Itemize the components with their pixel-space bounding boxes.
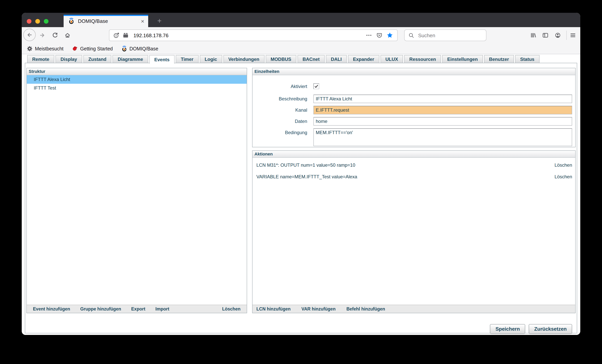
einzelheiten-form: Aktiviert Beschreibung Kana [253,75,575,148]
daten-label: Daten [253,117,307,125]
sidebar-toggle-icon[interactable] [542,32,548,38]
list-item-ifttt-alexa-licht[interactable]: IFTTT Alexa Licht [27,75,247,84]
aktiviert-checkbox[interactable] [313,83,319,89]
aktiviert-label: Aktiviert [253,82,307,91]
einzelheiten-panel-title: Einzelheiten [253,68,575,75]
bookmarks-bar: Meistbesucht Getting Started DOMIQ/Base [22,43,580,54]
checkbox-check-icon [314,84,318,88]
screenshot-stage: DOMIQ/Base × + [0,0,602,364]
tab-events[interactable]: Events [149,55,175,63]
tab-logic[interactable]: Logic [200,55,222,63]
tab-einstellungen[interactable]: Einstellungen [442,55,483,63]
bedingung-textarea[interactable]: MEM.IFTTT=='on' [313,128,572,146]
browser-tab-bar: DOMIQ/Base × + [22,13,580,27]
struktur-toolbar: Event hinzufügen Gruppe hinzufügen Expor… [27,305,247,313]
aktion-text: LCN M31*: OUTPUT num=1 value=50 ramp=10 [256,162,355,168]
tab-modbus[interactable]: MODBUS [266,55,296,63]
menu-hamburger-icon[interactable] [570,32,576,38]
tab-display[interactable]: Display [55,55,82,63]
einzelheiten-panel: Einzelheiten Aktiviert Beschreibung [252,68,576,147]
var-hinzufuegen-button[interactable]: VAR hinzufügen [301,307,335,311]
bookmark-getting-started[interactable]: Getting Started [72,46,113,52]
url-input[interactable] [133,32,366,39]
account-icon[interactable] [555,32,561,38]
content-container: Struktur IFTTT Alexa Licht IFTTT Test Ev… [25,63,577,333]
beschreibung-label: Beschreibung [253,94,307,103]
tab-timer[interactable]: Timer [176,55,198,63]
speichern-button[interactable]: Speichern [490,324,525,334]
kanal-input[interactable] [313,106,572,114]
dino-icon [72,46,78,52]
browser-nav-bar [22,27,580,43]
struktur-panel-title: Struktur [27,68,247,75]
tab-close-icon[interactable]: × [141,18,144,24]
befehl-hinzufuegen-button[interactable]: Befehl hinzufügen [346,307,385,311]
tab-bacnet[interactable]: BACnet [298,55,325,63]
app-tab-strip: Remote Display Zustand Diagramme Events … [27,55,539,63]
aktionen-list: LCN M31*: OUTPUT num=1 value=50 ramp=10 … [253,159,575,183]
export-button[interactable]: Export [131,307,145,311]
aktionen-panel-title: Aktionen [253,151,575,158]
beschreibung-input[interactable] [313,94,572,103]
aktionen-toolbar: LCN hinzufügen VAR hinzufügen Befehl hin… [253,305,575,313]
loeschen-button[interactable]: Löschen [222,307,240,311]
window-close-button[interactable] [27,19,32,24]
screen-share-permission-icon[interactable] [123,32,129,38]
window-zoom-button[interactable] [44,19,48,24]
forward-button[interactable] [39,32,45,38]
struktur-panel: Struktur IFTTT Alexa Licht IFTTT Test Ev… [26,68,247,313]
aktion-loeschen-link[interactable]: Löschen [555,162,572,168]
tab-diagramme[interactable]: Diagramme [113,55,148,63]
bookmark-label: DOMIQ/Base [129,46,158,51]
window-minimize-button[interactable] [35,19,40,24]
browser-window: DOMIQ/Base × + [22,13,580,335]
reload-button[interactable] [52,32,58,38]
tab-zustand[interactable]: Zustand [83,55,111,63]
tab-dali[interactable]: DALI [326,55,347,63]
bookmark-label: Meistbesucht [35,46,64,51]
daten-input[interactable] [313,117,572,125]
kanal-label: Kanal [253,106,307,114]
aktion-row-variable[interactable]: VARIABLE name=MEM.IFTTT_Test value=Alexa… [253,171,575,183]
bookmark-label: Getting Started [80,46,113,51]
url-bar[interactable] [109,30,398,41]
zuruecksetzen-button[interactable]: Zurücksetzen [529,324,572,334]
bookmark-star-icon[interactable] [387,32,393,38]
search-input[interactable] [417,32,486,39]
struktur-list: IFTTT Alexa Licht IFTTT Test [27,75,247,92]
bookmark-domiq-base[interactable]: DOMIQ/Base [121,46,158,52]
aktion-row-lcn[interactable]: LCN M31*: OUTPUT num=1 value=50 ramp=10 … [253,159,575,171]
back-button[interactable] [23,29,36,41]
tab-expander[interactable]: Expander [348,55,379,63]
browser-tab[interactable]: DOMIQ/Base × [64,15,148,27]
footer-button-row: Speichern Zurücksetzen [490,324,572,334]
active-tab-accent [64,15,148,16]
list-item-ifttt-test[interactable]: IFTTT Test [27,84,247,92]
pocket-icon[interactable] [376,32,382,38]
page-actions-icon[interactable] [366,32,372,38]
site-info-icon[interactable] [113,32,119,38]
lcn-hinzufuegen-button[interactable]: LCN hinzufügen [256,307,290,311]
aktion-text: VARIABLE name=MEM.IFTTT_Test value=Alexa [256,174,357,179]
aktion-loeschen-link[interactable]: Löschen [555,174,572,179]
tab-verbindungen[interactable]: Verbindungen [223,55,264,63]
tab-benutzer[interactable]: Benutzer [484,55,514,63]
toolbar-separator [566,31,567,40]
new-tab-button[interactable]: + [153,15,166,27]
gear-icon [27,46,32,52]
back-arrow-icon [26,32,32,38]
tab-remote[interactable]: Remote [27,55,54,63]
search-icon [408,32,414,38]
search-bar[interactable] [404,30,486,41]
home-button[interactable] [64,32,71,38]
tab-ulux[interactable]: ULUX [380,55,403,63]
import-button[interactable]: Import [155,307,169,311]
tab-title: DOMIQ/Base [78,18,108,24]
gruppe-hinzufuegen-button[interactable]: Gruppe hinzufügen [80,307,121,311]
tab-status[interactable]: Status [515,55,539,63]
event-hinzufuegen-button[interactable]: Event hinzufügen [33,307,70,311]
bookmark-meistbesucht[interactable]: Meistbesucht [27,46,64,52]
library-icon[interactable] [530,32,537,38]
page-content: Remote Display Zustand Diagramme Events … [22,54,580,335]
tab-ressourcen[interactable]: Ressourcen [404,55,441,63]
